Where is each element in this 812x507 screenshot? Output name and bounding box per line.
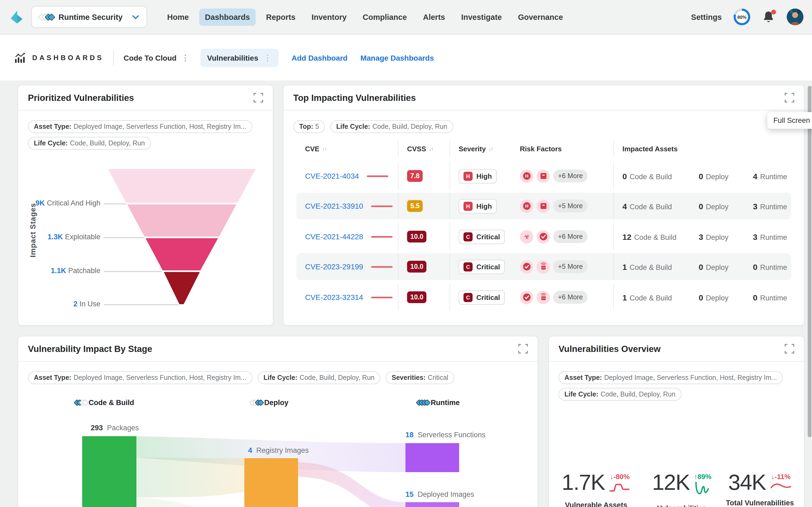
sankey-label-packages: 293 Packages [91,424,139,432]
check-circle-icon[interactable] [520,290,533,304]
notifications-button[interactable] [762,10,775,24]
funnel-label-patchable: 1.1K Patchable [51,267,100,275]
manage-dashboards-link[interactable]: Manage Dashboards [360,53,434,62]
brand-logo-icon[interactable] [10,10,23,24]
column-header-cve[interactable]: CVE ↓↑ [296,140,398,157]
column-header-severity[interactable]: Severity ↓↑ [450,140,511,157]
cve-link[interactable]: CVE-2021-44228 [305,232,363,241]
cve-link[interactable]: CVE-2023-29199 [305,262,363,271]
dashboard-tab-vulnerabilities[interactable]: Vulnerabilities ⋮ [200,49,278,67]
column-header-cvss[interactable]: CVSS ↓↑ [398,140,450,157]
tab-menu-icon[interactable]: ⋮ [181,54,189,62]
cvss-badge: 10.0 [407,291,427,303]
sort-icon[interactable]: ↓↑ [489,146,493,152]
dashboards-icon [14,52,26,63]
nav-item-inventory[interactable]: Inventory [306,8,353,25]
nav-item-governance[interactable]: Governance [512,8,569,25]
fullscreen-icon[interactable] [253,93,263,103]
dashboards-toolbar: DASHBOARDS Code To Cloud ⋮ Vulnerabiliti… [0,35,812,80]
node-value[interactable]: 4 [248,446,252,454]
sankey-node-registry-images[interactable] [244,458,298,507]
nav-item-home[interactable]: Home [161,8,195,25]
filter-chip-life-cycle[interactable]: Life Cycle: Code, Build, Deploy, Run [330,120,453,133]
fullscreen-icon[interactable] [784,93,794,103]
nav-item-reports[interactable]: Reports [260,8,302,25]
usage-progress-ring[interactable]: 80% [733,9,750,25]
sankey-flow-packages-down[interactable] [137,497,246,507]
filter-chip-life-cycle[interactable]: Life Cycle: Code, Build, Deploy, Run [559,388,681,401]
lifecycle-diamonds-icon [39,14,52,19]
cvss-cell: 7.8 [398,163,450,189]
prioritized-vulnerabilities-card: Prioritized Vulnerabilities Asset Type: … [18,85,273,326]
biohazard-icon[interactable] [520,230,533,243]
chip-value: Deployed Image, Serverless Function, Hos… [73,123,246,130]
funnel-value[interactable]: 1.3K [48,233,63,241]
dashboard-tab-code-to-cloud[interactable]: Code To Cloud ⋮ [123,53,189,62]
nav-item-investigate[interactable]: Investigate [455,8,508,25]
page-scrollbar-thumb[interactable] [808,86,811,437]
funnel-segment-in-use[interactable] [164,272,200,304]
severity-badge: H High [459,199,497,213]
funnel-value[interactable]: 1.1K [51,267,66,275]
funnel-segment-patchable[interactable] [146,238,218,270]
nav-item-dashboards[interactable]: Dashboards [199,8,256,25]
settings-link[interactable]: Settings [691,13,722,21]
product-selector-dropdown[interactable]: Runtime Security [31,6,147,28]
chip-label: Life Cycle: [336,123,370,130]
funnel-label-exploitable: 1.3K Exploitable [48,233,100,241]
node-value[interactable]: 18 [405,431,413,439]
sankey-node-serverless-functions[interactable] [405,443,459,472]
table-row[interactable]: CVE-2021-44228 10.0 C Critical +6 More 1… [296,223,791,250]
table-row[interactable]: CVE-2023-32314 10.0 C Critical +6 More 1… [296,284,791,311]
user-avatar[interactable] [787,9,803,25]
table-row[interactable]: CVE-2023-29199 10.0 C Critical +5 More 1… [296,253,791,280]
funnel-segment-exploitable[interactable] [127,205,236,237]
impacted-deploy: 0Deploy [699,171,753,180]
remote-code-icon[interactable] [537,260,550,273]
more-risk-factors-chip[interactable]: +6 More [553,291,588,304]
more-risk-factors-chip[interactable]: +5 More [553,200,588,213]
sort-icon[interactable]: ↓↑ [322,146,326,152]
more-risk-factors-chip[interactable]: +5 More [553,260,588,273]
cve-link[interactable]: CVE-2023-32314 [305,293,363,301]
archive-box-icon[interactable] [537,169,550,183]
funnel-value[interactable]: 9K [36,199,45,207]
sankey-node-deployed-images[interactable] [405,502,459,507]
check-circle-icon[interactable] [520,260,533,273]
archive-box-icon[interactable] [537,199,550,213]
chevron-down-icon [133,15,139,19]
impacted-runtime: 4Runtime [753,171,792,180]
more-risk-factors-chip[interactable]: +6 More [553,170,588,182]
high-badge-icon[interactable] [520,199,533,213]
cve-link[interactable]: CVE-2021-33910 [305,202,363,210]
fullscreen-icon[interactable] [784,344,794,353]
column-label: CVSS [407,145,426,153]
sort-icon[interactable]: ↓↑ [429,146,433,152]
funnel-segment-critical-and-high[interactable] [108,169,256,203]
leader-line [104,271,162,272]
high-badge-icon[interactable] [520,169,533,183]
sankey-flow-packages-to-registry[interactable] [137,458,244,497]
remote-code-icon[interactable] [537,290,550,304]
tab-menu-icon[interactable]: ⋮ [264,54,272,62]
filter-chip-life-cycle[interactable]: Life Cycle: Code, Build, Deploy, Run [28,137,151,150]
nav-item-compliance[interactable]: Compliance [357,8,413,25]
filter-chip-top[interactable]: Top: 5 [293,120,325,133]
filter-chips: Top: 5 Life Cycle: Code, Build, Deploy, … [284,111,804,133]
filter-chip-asset-type[interactable]: Asset Type: Deployed Image, Serverless F… [28,120,252,133]
cve-link[interactable]: CVE-2021-4034 [305,172,359,180]
table-row[interactable]: CVE-2021-4034 7.8 H High +6 More 0Code &… [296,163,791,189]
add-dashboard-link[interactable]: Add Dashboard [292,53,348,62]
nav-item-alerts[interactable]: Alerts [417,8,451,25]
funnel-value[interactable]: 2 [73,300,77,308]
impacted-code-build: 1Code & Build [622,262,699,271]
more-risk-factors-chip[interactable]: +6 More [553,230,588,243]
sankey-label-serverless-functions: 18 Serverless Functions [405,431,486,439]
node-value[interactable]: 15 [405,490,413,498]
cvss-badge: 7.8 [407,170,423,182]
filter-chip-asset-type[interactable]: Asset Type: Deployed Image, Serverless F… [559,371,783,384]
impacted-code-build: 4Code & Build [622,202,699,211]
check-circle-icon[interactable] [537,230,550,243]
sankey-node-packages[interactable] [82,436,137,507]
table-row[interactable]: CVE-2021-33910 5.5 H High +5 More 4Code … [296,192,791,219]
